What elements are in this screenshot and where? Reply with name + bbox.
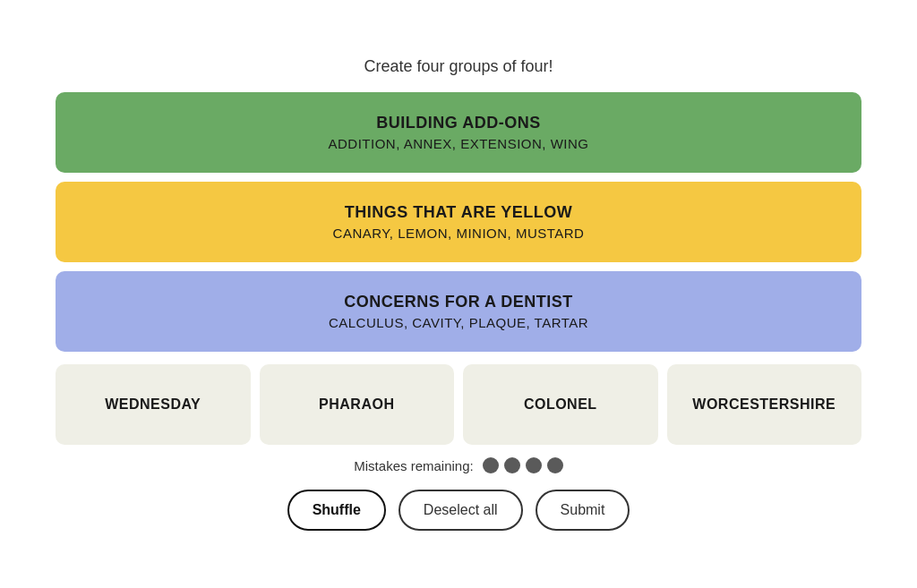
mistakes-section: Mistakes remaining: <box>354 457 562 473</box>
mistake-dot-1 <box>483 457 499 473</box>
word-card-3[interactable]: WORCESTERSHIRE <box>667 364 862 445</box>
game-container: Create four groups of four! BUILDING ADD… <box>56 39 861 549</box>
group-title-yellow: THINGS THAT ARE YELLOW <box>345 203 573 222</box>
group-title-blue: CONCERNS FOR A DENTIST <box>344 293 573 311</box>
word-card-0[interactable]: WEDNESDAY <box>56 364 251 445</box>
group-items-green: ADDITION, ANNEX, EXTENSION, WING <box>328 136 588 151</box>
group-card-green[interactable]: BUILDING ADD-ONS ADDITION, ANNEX, EXTENS… <box>56 92 861 173</box>
groups-section: BUILDING ADD-ONS ADDITION, ANNEX, EXTENS… <box>56 92 861 352</box>
deselect-button[interactable]: Deselect all <box>399 490 523 531</box>
word-grid: WEDNESDAY PHARAOH COLONEL WORCESTERSHIRE <box>56 364 861 445</box>
group-items-blue: CALCULUS, CAVITY, PLAQUE, TARTAR <box>329 315 588 330</box>
header-title: Create four groups of four! <box>364 57 553 76</box>
group-card-yellow[interactable]: THINGS THAT ARE YELLOW CANARY, LEMON, MI… <box>56 182 861 262</box>
mistake-dot-3 <box>526 457 542 473</box>
group-title-green: BUILDING ADD-ONS <box>376 114 540 132</box>
shuffle-button[interactable]: Shuffle <box>287 490 386 531</box>
mistake-dots <box>483 457 563 473</box>
submit-button[interactable]: Submit <box>536 490 630 531</box>
group-card-blue[interactable]: CONCERNS FOR A DENTIST CALCULUS, CAVITY,… <box>56 271 861 352</box>
mistake-dot-2 <box>504 457 520 473</box>
group-items-yellow: CANARY, LEMON, MINION, MUSTARD <box>333 226 585 241</box>
word-card-2[interactable]: COLONEL <box>463 364 658 445</box>
mistakes-label: Mistakes remaining: <box>354 458 473 473</box>
buttons-section: Shuffle Deselect all Submit <box>287 490 630 531</box>
word-card-1[interactable]: PHARAOH <box>260 364 455 445</box>
mistake-dot-4 <box>547 457 563 473</box>
